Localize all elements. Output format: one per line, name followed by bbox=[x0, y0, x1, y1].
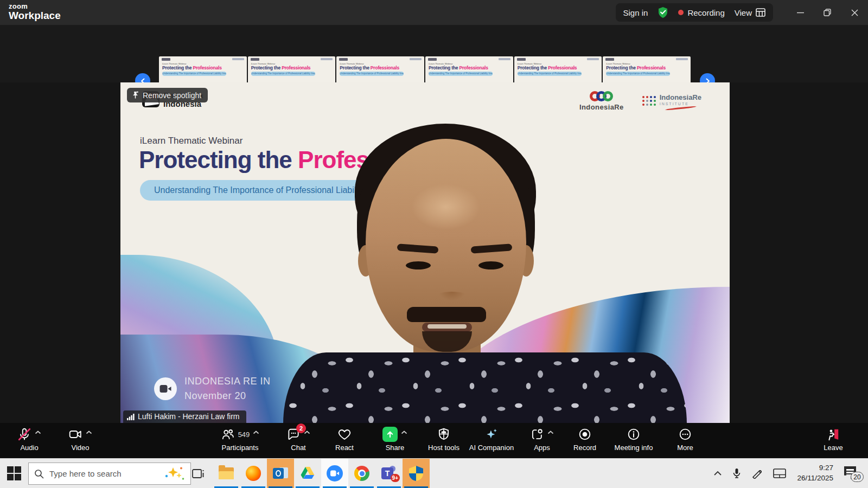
ai-companion-button[interactable]: AI Companion bbox=[464, 427, 519, 452]
share-screen-icon bbox=[382, 427, 398, 442]
logo-workplace: Workplace bbox=[9, 10, 61, 21]
record-button[interactable]: Record bbox=[565, 427, 604, 452]
signal-bars-icon bbox=[127, 413, 135, 420]
zoom-workplace-window: zoom Workplace Sign in Recording View bbox=[0, 0, 868, 488]
start-button[interactable] bbox=[7, 466, 22, 481]
chrome-app[interactable] bbox=[348, 459, 375, 488]
mini-slide-subtitle: Understanding The Importance of Professi… bbox=[606, 72, 670, 76]
info-icon bbox=[627, 427, 641, 441]
mini-slide-subtitle: Understanding The Importance of Professi… bbox=[518, 72, 582, 76]
participants-count: 549 bbox=[238, 431, 250, 439]
chat-unread-badge: 2 bbox=[296, 423, 306, 433]
sign-in-button[interactable]: Sign in bbox=[623, 8, 648, 17]
mini-slide-subtitle: Understanding The Importance of Professi… bbox=[340, 72, 404, 76]
teams-icon: T 9+ bbox=[381, 466, 397, 481]
mini-logo bbox=[251, 58, 259, 61]
tray-chevron-up-icon[interactable] bbox=[713, 471, 722, 476]
participant-filmstrip: iLearn Thematic Webinar Protecting the P… bbox=[0, 25, 868, 82]
defender-shield-icon bbox=[409, 466, 423, 481]
system-tray: 9:27 26/11/2025 20 bbox=[713, 459, 868, 488]
teams-app[interactable]: T 9+ bbox=[375, 459, 403, 488]
spotlight-video[interactable]: iLearn Thematic Webinar Protecting the P… bbox=[120, 82, 730, 423]
audio-button[interactable]: Audio bbox=[10, 427, 49, 452]
view-grid-icon bbox=[756, 8, 765, 17]
file-explorer-app[interactable] bbox=[213, 459, 240, 488]
speaker-name-tag: Lufti Hakim - Herzani Law firm bbox=[123, 410, 246, 423]
zoom-workplace-logo: zoom Workplace bbox=[9, 3, 61, 21]
security-shield-icon[interactable] bbox=[658, 7, 668, 18]
logo-zoom: zoom bbox=[9, 3, 61, 10]
google-drive-app[interactable] bbox=[294, 459, 321, 488]
recording-dot-icon bbox=[678, 10, 684, 15]
mini-logo bbox=[321, 58, 333, 60]
mini-logo bbox=[339, 58, 348, 61]
tray-pen-icon[interactable] bbox=[751, 468, 762, 479]
chevron-up-icon[interactable] bbox=[547, 431, 554, 434]
file-explorer-icon bbox=[219, 467, 234, 479]
copilot-sparkle-icon[interactable] bbox=[163, 466, 185, 482]
pin-icon bbox=[132, 91, 139, 99]
taskbar-search[interactable]: Type here to search bbox=[28, 463, 191, 485]
apps-button[interactable]: Apps bbox=[522, 427, 562, 452]
task-view-icon[interactable] bbox=[191, 466, 206, 481]
mic-muted-icon bbox=[17, 427, 31, 441]
share-button[interactable]: Share bbox=[373, 427, 417, 452]
firefox-icon bbox=[246, 466, 261, 481]
mini-logo bbox=[410, 58, 422, 60]
taskbar-clock[interactable]: 9:27 26/11/2025 bbox=[797, 463, 833, 484]
outlook-icon bbox=[273, 466, 288, 480]
mini-logo bbox=[232, 58, 244, 60]
search-icon bbox=[34, 469, 44, 479]
chat-button[interactable]: 2 Chat bbox=[278, 427, 319, 452]
mini-slide-subtitle: Understanding The Importance of Professi… bbox=[429, 72, 493, 76]
shield-icon bbox=[437, 427, 451, 441]
notification-center-button[interactable]: 20 bbox=[844, 466, 860, 480]
mini-slide-subtitle: Understanding The Importance of Professi… bbox=[162, 72, 226, 76]
mini-logo bbox=[517, 58, 526, 61]
tray-date: 26/11/2025 bbox=[797, 473, 833, 484]
more-button[interactable]: More bbox=[666, 427, 704, 452]
mini-slide-subtitle: Understanding The Importance of Professi… bbox=[251, 72, 315, 76]
firefox-app[interactable] bbox=[240, 459, 267, 488]
slide-logos: IndonesiaRe IndonesiaRe INSTITUTE bbox=[579, 91, 701, 111]
zoom-app[interactable] bbox=[321, 459, 348, 488]
close-button[interactable] bbox=[841, 0, 868, 25]
title-bar: zoom Workplace Sign in Recording View bbox=[0, 0, 868, 25]
indonesia-re-logo: IndonesiaRe bbox=[579, 91, 624, 111]
view-button[interactable]: View bbox=[735, 8, 765, 17]
chevron-up-icon[interactable] bbox=[35, 431, 41, 434]
mini-logo bbox=[162, 58, 170, 61]
remove-spotlight-button[interactable]: Remove spotlight bbox=[127, 88, 208, 102]
defender-app[interactable] bbox=[403, 459, 430, 488]
mini-logo bbox=[428, 58, 437, 61]
titlebar-menu: Sign in Recording View bbox=[616, 3, 774, 22]
recording-indicator[interactable]: Recording bbox=[678, 8, 724, 17]
restore-button[interactable] bbox=[814, 0, 841, 25]
meeting-info-button[interactable]: Meeting info bbox=[608, 427, 660, 452]
video-camera-icon bbox=[68, 427, 82, 441]
ai-sparkle-icon bbox=[484, 427, 499, 441]
google-drive-icon bbox=[300, 466, 315, 480]
tray-touchpad-icon[interactable] bbox=[773, 468, 786, 478]
minimize-button[interactable] bbox=[787, 0, 814, 25]
chevron-up-icon[interactable] bbox=[401, 431, 407, 434]
react-button[interactable]: React bbox=[326, 427, 363, 452]
zoom-app-icon bbox=[327, 465, 343, 481]
host-tools-button[interactable]: Host tools bbox=[422, 427, 465, 452]
ellipsis-icon bbox=[678, 427, 692, 441]
outlook-app[interactable] bbox=[267, 459, 294, 488]
tray-mic-icon[interactable] bbox=[733, 468, 741, 479]
video-button[interactable]: Video bbox=[61, 427, 100, 452]
main-stage: iLearn Thematic Webinar Protecting the P… bbox=[0, 82, 868, 423]
indonesia-re-institute-logo: IndonesiaRe INSTITUTE bbox=[642, 94, 701, 109]
chrome-icon bbox=[354, 466, 369, 481]
windows-taskbar: Type here to search bbox=[0, 458, 868, 488]
chevron-up-icon[interactable] bbox=[253, 431, 259, 434]
speaker-person bbox=[120, 82, 730, 423]
person-batik-shirt bbox=[283, 352, 687, 423]
chevron-up-icon[interactable] bbox=[86, 431, 92, 434]
participants-button[interactable]: 549 Participants bbox=[212, 427, 269, 452]
record-icon bbox=[578, 427, 592, 441]
mini-logo bbox=[605, 58, 614, 61]
leave-button[interactable]: Leave bbox=[814, 427, 853, 452]
